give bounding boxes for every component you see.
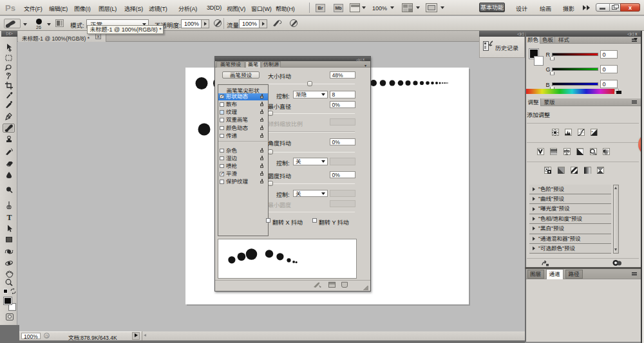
svg-text:+: +: [591, 129, 593, 133]
svg-text:T: T: [7, 213, 12, 222]
